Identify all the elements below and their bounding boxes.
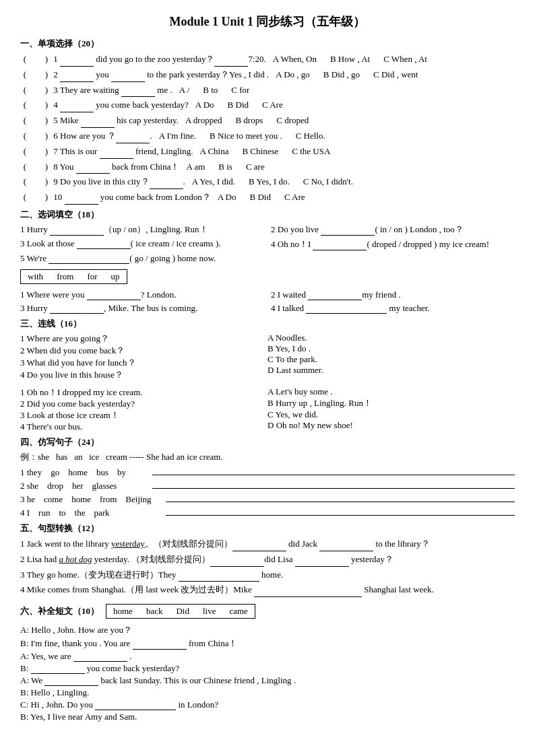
word-box-section2: with from for up — [20, 267, 515, 287]
section2-title: 二、选词填空（18） — [20, 209, 515, 221]
section3-title: 三、连线（16） — [20, 318, 515, 330]
section6-header: 六、补全短文（10） home back Did live came — [20, 601, 515, 621]
q7: () 7 This is our friend, Lingling. A Chi… — [20, 145, 515, 159]
q3: () 3 They are waiting me . A / B to C fo… — [20, 83, 515, 98]
imitate-line2: 2 she drop her glasses — [20, 479, 515, 491]
section6-dialog: A: Hello , John. How are you？ B: I'm fin… — [20, 624, 515, 722]
imitate-line3: 3 he come home from Beijing — [20, 493, 515, 505]
page-title: Module 1 Unit 1 同步练习（五年级） — [20, 13, 515, 30]
imitate-line1: 1 they go home bus by — [20, 466, 515, 478]
section3-part1: 1 Where are you going？ 2 When did you co… — [20, 333, 515, 381]
q2: () 2 you to the park yesterday？Yes , I d… — [20, 68, 515, 82]
section5-q3: 3 They go home.（变为现在进行时）They home. — [20, 568, 515, 582]
section5-q2: 2 Lisa had a hot dog yesterday. （对划线部分提问… — [20, 553, 515, 567]
q5: () 5 Mike his cap yesterday. A dropped B… — [20, 114, 515, 128]
section5-title: 五、句型转换（12） — [20, 522, 515, 535]
q10: () 10 you come back from London？ A Do B … — [20, 191, 515, 205]
q6: () 6 How are you ？. A I'm fine. B Nice t… — [20, 129, 515, 143]
section2-fill2: 1 Where were you ? London. 2 I waited my… — [20, 289, 515, 314]
q4: () 4 you come back yesterday? A Do B Did… — [20, 98, 515, 112]
q1: () 1 did you go to the zoo yesterday？7:2… — [20, 53, 515, 67]
section4-title: 四、仿写句子（24） — [20, 436, 515, 448]
section2-fill: 1 Hurry （up / on）, Lingling. Run！ 2 Do y… — [20, 224, 515, 264]
section1-title: 一、单项选择（20） — [20, 38, 515, 50]
q9: () 9 Do you live in this city？. A Yes, I… — [20, 175, 515, 189]
section3-part2: 1 Oh no！I dropped my ice cream. 2 Did yo… — [20, 386, 515, 432]
section4-example: 例：she has an ice cream ----- She had an … — [20, 451, 515, 463]
q8: () 8 You back from China！ A am B is C ar… — [20, 160, 515, 174]
section5-q4: 4 Mike comes from Shanghai.（用 last week … — [20, 583, 515, 597]
section5-q1: 1 Jack went to the library yesterday。（对划… — [20, 537, 515, 551]
imitate-line4: 4 I run to the park — [20, 506, 515, 518]
